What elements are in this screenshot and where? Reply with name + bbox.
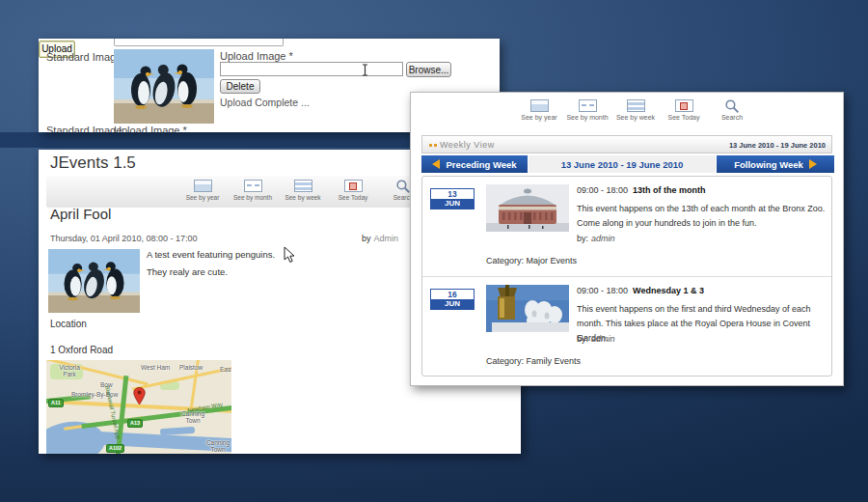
event-image-statue	[486, 285, 569, 332]
penguins-illustration	[114, 49, 214, 124]
category-value: Family Events	[527, 356, 582, 366]
toolbar-search[interactable]: Search	[708, 99, 756, 121]
prev-arrow-icon	[432, 159, 440, 169]
event-category: Category: Major Events	[486, 256, 577, 265]
see-by-year-icon	[530, 99, 549, 112]
toolbar-label: See by year	[177, 194, 228, 201]
background-band	[0, 132, 410, 148]
by-label: by	[362, 234, 371, 243]
toolbar-label: See by month	[228, 194, 278, 201]
date-badge-day: 13	[431, 189, 474, 199]
upload-image-label: Upload Image *	[220, 50, 293, 62]
date-badge-day: 16	[431, 290, 474, 299]
module-bullet-icon	[429, 144, 432, 147]
preceding-week-button[interactable]: Preceding Week	[421, 155, 528, 173]
toolbar-see-by-year[interactable]: See by year	[177, 180, 228, 201]
event-author: Admin	[374, 234, 399, 243]
toolbar-label: See by month	[563, 114, 611, 121]
map-label-victoria-park: Victoria Park	[54, 364, 85, 378]
event-details: 09:00 - 18:0013th of the month This even…	[577, 185, 826, 231]
standard-image-label: Standard Image	[46, 51, 122, 63]
event-time: 09:00 - 18:00	[577, 286, 628, 295]
toolbar-see-today[interactable]: See Today	[328, 180, 378, 201]
category-label: Category:	[486, 256, 524, 265]
event-description-line2: They realy are cute.	[147, 266, 228, 277]
weekly-view-header: Weekly View 13 June 2010 - 19 June 2010	[421, 135, 832, 153]
cropped-upload-image-label: Upload Image *	[114, 125, 187, 132]
weekly-view-window: See by year See by month See by week See…	[410, 92, 844, 386]
toolbar-label: See by week	[278, 194, 328, 201]
event-author: admin	[591, 334, 615, 344]
by-label: by:	[577, 234, 588, 243]
statue-illustration	[486, 285, 569, 332]
event-byline: by:admin	[577, 334, 615, 344]
week-navigation-bar: Preceding Week 13 June 2010 - 19 June 20…	[421, 155, 834, 173]
toolbar-label: See by week	[611, 114, 660, 121]
see-by-month-icon	[244, 180, 262, 192]
event-byline: by:admin	[577, 234, 615, 243]
preceding-week-label: Preceding Week	[446, 159, 516, 170]
map-label-canning-town: Canning Town	[204, 439, 231, 454]
page-title: JEvents 1.5	[50, 153, 136, 173]
date-badge: 13 JUN	[430, 188, 475, 209]
toolbar-label: See Today	[328, 194, 378, 201]
road-badge-a102: A102	[106, 444, 124, 453]
following-week-label: Following Week	[734, 159, 803, 170]
toolbar-label: See Today	[660, 114, 708, 121]
toolbar-see-by-week[interactable]: See by week	[611, 99, 660, 121]
event-row: 13 JUN 09:00 - 18:	[422, 177, 831, 276]
event-category: Category: Family Events	[486, 356, 581, 366]
see-today-icon	[344, 180, 363, 192]
date-badge-month: JUN	[431, 199, 474, 209]
cropped-text-input[interactable]	[114, 39, 284, 46]
map-label-west-ham: West Ham	[141, 364, 170, 371]
toolbar-see-today[interactable]: See Today	[660, 99, 708, 121]
event-time-title: 09:00 - 18:00Wednesday 1 & 3	[577, 286, 826, 295]
current-week-range: 13 June 2010 - 19 June 2010	[528, 155, 717, 173]
see-by-week-icon	[294, 180, 312, 192]
weekly-toolbar: See by year See by month See by week See…	[515, 99, 756, 121]
location-label: Location	[50, 319, 87, 329]
date-badge: 16 JUN	[430, 289, 475, 310]
location-map[interactable]: A11 A13 A102 Victoria Park Bow Bromley-B…	[46, 360, 231, 454]
weekly-date-range: 13 June 2010 - 19 June 2010	[729, 141, 826, 150]
see-by-month-icon	[579, 99, 597, 112]
see-by-year-icon	[194, 180, 212, 192]
see-by-week-icon	[627, 99, 645, 112]
penguins-thumbnail-image	[114, 49, 214, 124]
browse-button[interactable]: Browse...	[406, 62, 451, 77]
search-icon	[723, 99, 742, 112]
upload-complete-status: Upload Complete ...	[220, 97, 310, 108]
event-time-title: 09:00 - 18:0013th of the month	[577, 185, 826, 195]
penguins-illustration	[48, 249, 140, 313]
event-byline: byAdmin	[362, 234, 398, 243]
category-value: Major Events	[527, 256, 578, 265]
toolbar-see-by-month[interactable]: See by month	[228, 180, 278, 201]
toolbar-see-by-week[interactable]: See by week	[278, 180, 328, 201]
following-week-button[interactable]: Following Week	[717, 155, 834, 173]
ibeam-cursor-icon	[361, 63, 369, 75]
event-author: admin	[591, 234, 615, 243]
event-title: 13th of the month	[633, 185, 706, 195]
next-arrow-icon	[809, 159, 817, 169]
location-address: 1 Oxford Road	[50, 345, 113, 355]
map-label-east: East	[220, 366, 231, 373]
event-title: Wednesday 1 & 3	[633, 286, 704, 295]
map-pin-icon	[133, 387, 146, 405]
desktop-background: Standard Image Upload Image * Browse...	[0, 0, 868, 502]
event-row: 16 JUN 09:00 - 18:00Wednesday 1	[422, 276, 831, 376]
toolbar-see-by-year[interactable]: See by year	[515, 99, 563, 121]
road-badge-a11: A11	[48, 399, 64, 407]
event-image-albert-hall	[486, 184, 569, 232]
mouse-cursor-icon	[284, 246, 295, 264]
toolbar-label: Search	[708, 114, 756, 121]
category-label: Category:	[486, 356, 524, 366]
albert-hall-illustration	[486, 184, 569, 232]
event-title: April Fool	[50, 206, 111, 222]
upload-image-input[interactable]	[220, 62, 403, 76]
see-today-icon	[675, 99, 693, 112]
toolbar-see-by-month[interactable]: See by month	[563, 99, 611, 121]
event-datetime: Thursday, 01 April 2010, 08:00 - 17:00	[50, 234, 197, 243]
weekly-view-title: Weekly View	[440, 140, 495, 150]
delete-button[interactable]: Delete	[220, 79, 260, 94]
